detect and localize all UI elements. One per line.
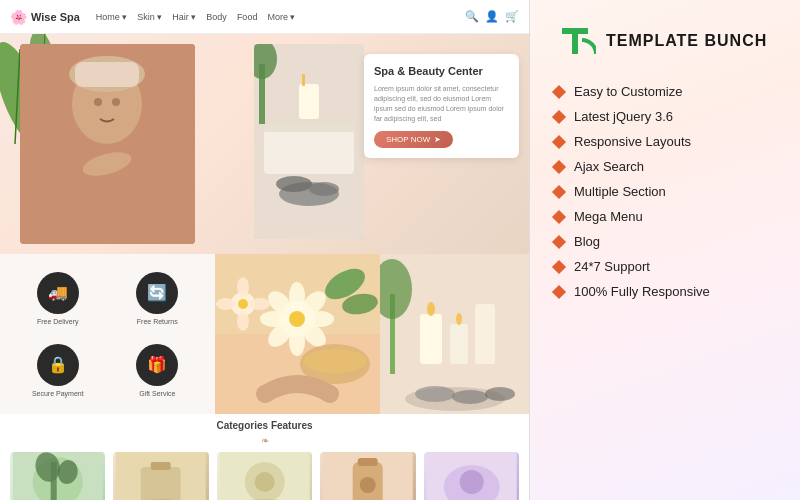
feature-item-8: 100% Fully Responsive [554,284,776,299]
svg-point-53 [415,386,455,402]
returns-icon: 🔄 [136,272,178,314]
nav-home[interactable]: Home ▾ [96,12,128,22]
delivery-label: Free Delivery [37,318,79,325]
payment-icon: 🔒 [37,344,79,386]
left-panel: 🌸 Wise Spa Home ▾ Skin ▾ Hair ▾ Body Foo… [0,0,530,500]
nav-skin[interactable]: Skin ▾ [137,12,162,22]
feature-item-0: Easy to Customize [554,84,776,99]
feature-text-2: Responsive Layouts [574,134,691,149]
arrow-icon: ➤ [434,135,441,144]
nav-food[interactable]: Food [237,12,258,22]
service-icon-returns: 🔄 Free Returns [112,272,204,325]
svg-point-72 [360,477,376,493]
service-icon-payment: 🔒 Secure Payment [12,344,104,397]
svg-point-54 [452,390,488,404]
shop-now-button[interactable]: SHOP NOW ➤ [374,131,453,148]
category-item-5[interactable] [424,452,519,500]
spa-items-image [254,44,364,239]
category-item-2[interactable] [113,452,208,500]
feature-item-7: 24*7 Support [554,259,776,274]
category-item-3[interactable] [217,452,312,500]
feature-item-3: Ajax Search [554,159,776,174]
feature-text-5: Mega Menu [574,209,643,224]
category-item-1[interactable] [10,452,105,500]
nav-links: Home ▾ Skin ▾ Hair ▾ Body Food More ▾ [96,12,296,22]
svg-point-25 [289,311,305,327]
tb-brand-name: TEMPLATE BUNCH [606,32,767,50]
middle-section: 🚚 Free Delivery 🔄 Free Returns 🔒 Secure … [0,254,529,414]
cart-icon[interactable]: 🛒 [505,10,519,23]
feature-text-8: 100% Fully Responsive [574,284,710,299]
svg-point-43 [303,349,367,373]
bullet-8 [552,284,566,298]
template-bunch-logo: TEMPLATE BUNCH [554,20,776,62]
delivery-icon: 🚚 [37,272,79,314]
svg-point-48 [427,302,435,316]
bullet-5 [552,209,566,223]
svg-point-55 [485,387,515,401]
service-icon-delivery: 🚚 Free Delivery [12,272,104,325]
categories-section: Categories Features ❧ [0,414,529,500]
svg-rect-62 [141,467,181,500]
svg-point-15 [309,182,339,196]
flowers-spa-image [215,254,380,414]
categories-title: Categories Features [10,420,519,431]
feature-text-7: 24*7 Support [574,259,650,274]
site-logo[interactable]: 🌸 Wise Spa [10,9,80,25]
feature-item-5: Mega Menu [554,209,776,224]
bullet-3 [552,159,566,173]
svg-point-39 [250,298,270,310]
gift-label: Gift Service [139,390,175,397]
service-icons-area: 🚚 Free Delivery 🔄 Free Returns 🔒 Secure … [0,254,215,414]
svg-point-11 [112,98,120,106]
feature-text-6: Blog [574,234,600,249]
svg-point-35 [238,299,248,309]
feature-item-1: Latest jQuery 3.6 [554,109,776,124]
svg-rect-7 [75,62,139,87]
feature-item-4: Multiple Section [554,184,776,199]
bullet-1 [552,109,566,123]
payment-label: Secure Payment [32,390,84,397]
feature-text-1: Latest jQuery 3.6 [574,109,673,124]
feature-text-3: Ajax Search [574,159,644,174]
hero-description: Lorem ipsum dolor sit amet, consectetur … [374,84,509,123]
search-icon[interactable]: 🔍 [465,10,479,23]
svg-rect-45 [420,314,442,364]
tb-name-text: TEMPLATE BUNCH [606,32,767,50]
bullet-6 [552,234,566,248]
svg-point-37 [237,311,249,331]
logo-text: Wise Spa [31,11,80,23]
nav-hair[interactable]: Hair ▾ [172,12,196,22]
svg-point-36 [237,277,249,297]
bullet-2 [552,134,566,148]
svg-rect-18 [299,84,319,119]
shop-now-label: SHOP NOW [386,135,430,144]
svg-point-67 [255,472,275,492]
svg-rect-17 [264,124,354,132]
returns-label: Free Returns [137,318,178,325]
svg-point-49 [456,313,462,325]
feature-item-6: Blog [554,234,776,249]
right-panel: TEMPLATE BUNCH Easy to Customize Latest … [530,0,800,500]
hero-title: Spa & Beauty Center [374,64,509,78]
logo-icon: 🌸 [10,9,27,25]
feature-item-2: Responsive Layouts [554,134,776,149]
category-items-list [10,452,519,500]
svg-point-75 [459,470,483,494]
svg-rect-47 [475,304,495,364]
hero-section: Spa & Beauty Center Lorem ipsum dolor si… [0,34,529,254]
category-item-4[interactable] [320,452,415,500]
nav-body[interactable]: Body [206,12,227,22]
nav-icons: 🔍 👤 🛒 [465,10,519,23]
nav-more[interactable]: More ▾ [267,12,295,22]
bullet-4 [552,184,566,198]
spa-products-image [380,254,529,414]
features-list: Easy to Customize Latest jQuery 3.6 Resp… [554,84,776,299]
navbar: 🌸 Wise Spa Home ▾ Skin ▾ Hair ▾ Body Foo… [0,0,529,34]
service-icon-gift: 🎁 Gift Service [112,344,204,397]
svg-rect-63 [151,462,171,470]
svg-rect-46 [450,324,468,364]
svg-rect-19 [302,74,305,86]
user-icon[interactable]: 👤 [485,10,499,23]
bullet-7 [552,259,566,273]
